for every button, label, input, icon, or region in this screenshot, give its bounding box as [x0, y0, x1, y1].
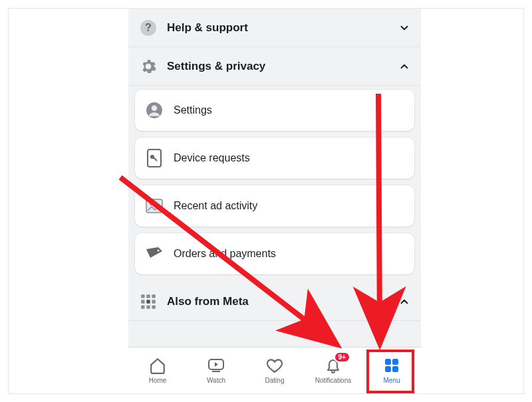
- svg-rect-9: [141, 294, 144, 298]
- phone-screen: ? Help & support Settings & privacy: [128, 9, 421, 393]
- svg-rect-15: [141, 305, 144, 308]
- card-orders-payments[interactable]: Orders and payments: [135, 233, 414, 274]
- chevron-up-icon: [398, 296, 410, 308]
- svg-rect-20: [385, 359, 391, 365]
- section-also-from-meta[interactable]: Also from Meta: [128, 282, 421, 321]
- home-icon: [149, 357, 166, 374]
- svg-text:?: ?: [145, 21, 152, 33]
- help-icon: ?: [139, 19, 158, 37]
- tab-label: Menu: [383, 377, 400, 384]
- svg-rect-12: [141, 300, 144, 303]
- svg-rect-6: [146, 199, 162, 213]
- section-label: Also from Meta: [167, 295, 398, 308]
- svg-rect-21: [392, 359, 398, 365]
- spacer: [128, 321, 421, 347]
- svg-point-8: [158, 250, 160, 252]
- svg-rect-16: [146, 305, 150, 308]
- svg-point-3: [152, 105, 158, 111]
- chevron-up-icon: [398, 60, 410, 72]
- bottom-tab-bar: Home Watch Dating 9+ Notifications: [128, 347, 421, 393]
- card-recent-ad-activity[interactable]: Recent ad activity: [135, 185, 414, 227]
- grid-icon: [139, 292, 158, 311]
- device-key-icon: [144, 148, 164, 168]
- chevron-down-icon: [398, 22, 410, 34]
- heart-icon: [266, 357, 283, 374]
- settings-privacy-items: Settings Device requests Recent ad activ…: [128, 86, 421, 278]
- notification-badge: 9+: [334, 352, 350, 363]
- svg-rect-11: [152, 294, 155, 298]
- section-label: Help & support: [167, 21, 398, 35]
- card-label: Device requests: [174, 152, 250, 164]
- card-settings[interactable]: Settings: [135, 90, 414, 131]
- tab-notifications[interactable]: 9+ Notifications: [304, 348, 362, 393]
- tab-label: Notifications: [315, 377, 351, 384]
- tab-label: Home: [149, 377, 167, 384]
- section-settings-privacy[interactable]: Settings & privacy: [128, 47, 421, 86]
- card-label: Settings: [174, 104, 212, 116]
- card-label: Recent ad activity: [174, 200, 257, 212]
- svg-rect-17: [152, 305, 155, 308]
- tab-home[interactable]: Home: [128, 348, 187, 393]
- watch-icon: [207, 357, 225, 374]
- payment-tag-icon: [144, 244, 164, 264]
- svg-rect-10: [146, 294, 150, 298]
- section-help-support[interactable]: ? Help & support: [128, 9, 421, 47]
- svg-rect-23: [392, 366, 398, 372]
- svg-rect-22: [385, 366, 391, 372]
- card-label: Orders and payments: [174, 248, 276, 260]
- tab-label: Dating: [265, 377, 285, 384]
- svg-rect-14: [152, 300, 155, 303]
- svg-rect-13: [146, 300, 150, 303]
- card-device-requests[interactable]: Device requests: [135, 138, 414, 179]
- menu-grid-icon: [383, 357, 400, 374]
- gear-icon: [139, 57, 158, 76]
- section-label: Settings & privacy: [167, 60, 398, 73]
- user-cog-icon: [144, 100, 164, 120]
- tab-dating[interactable]: Dating: [245, 348, 304, 393]
- tab-menu[interactable]: Menu: [362, 348, 421, 393]
- svg-point-7: [150, 203, 152, 205]
- tab-label: Watch: [207, 377, 225, 384]
- image-icon: [144, 196, 164, 216]
- screenshot-frame: ? Help & support Settings & privacy: [8, 8, 524, 394]
- tab-watch[interactable]: Watch: [187, 348, 245, 393]
